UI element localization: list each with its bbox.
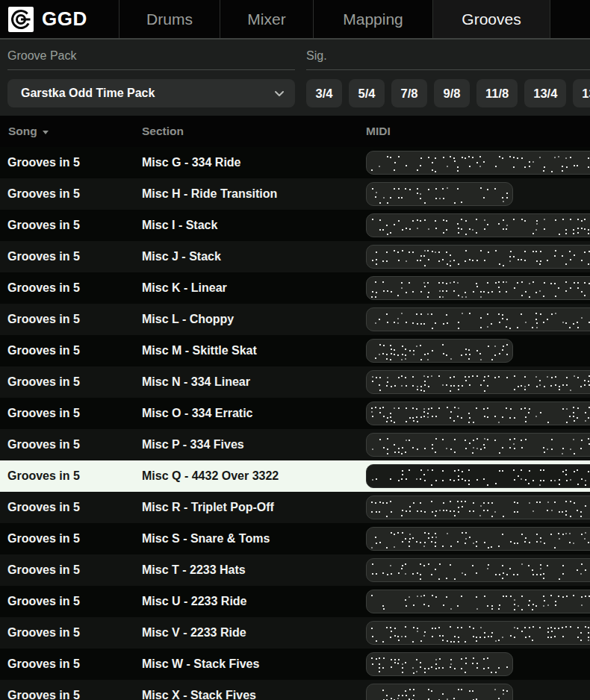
midi-preview[interactable] <box>366 182 513 206</box>
midi-preview[interactable] <box>366 684 513 700</box>
groove-pack-rule <box>7 69 295 70</box>
cell-midi <box>366 241 590 272</box>
cell-section: Misc H - Ride Transition <box>142 187 366 201</box>
table-row[interactable]: Grooves in 5Misc X - Stack Fives <box>0 680 590 700</box>
ggd-logo-icon <box>7 6 34 33</box>
table-row[interactable]: Grooves in 5Misc T - 2233 Hats <box>0 554 590 586</box>
table-row[interactable]: Grooves in 5Misc H - Ride Transition <box>0 178 590 210</box>
sig-button-7-8[interactable]: 7/8 <box>391 79 427 107</box>
midi-preview[interactable] <box>366 433 590 457</box>
table-row[interactable]: Grooves in 5Misc U - 2233 Ride <box>0 586 590 617</box>
tab-mixer[interactable]: Mixer <box>220 0 314 38</box>
table-row[interactable]: Grooves in 5Misc R - Triplet Pop-Off <box>0 492 590 523</box>
midi-preview[interactable] <box>366 401 590 425</box>
cell-song: Grooves in 5 <box>0 344 142 357</box>
midi-preview[interactable] <box>366 151 590 175</box>
cell-section: Misc X - Stack Fives <box>142 689 366 700</box>
cell-song: Grooves in 5 <box>0 407 142 420</box>
cell-song: Grooves in 5 <box>0 689 142 700</box>
column-header-section[interactable]: Section <box>142 125 366 138</box>
tab-drums[interactable]: Drums <box>119 0 220 38</box>
tab-mapping[interactable]: Mapping <box>314 0 433 38</box>
cell-section: Misc O - 334 Erratic <box>142 407 366 420</box>
sig-button-9-8[interactable]: 9/8 <box>434 79 470 107</box>
cell-midi <box>366 366 590 398</box>
cell-midi <box>366 272 590 304</box>
midi-preview[interactable] <box>366 464 590 488</box>
midi-preview[interactable] <box>366 590 590 613</box>
cell-section: Misc G - 334 Ride <box>142 156 366 169</box>
tab-grooves[interactable]: Grooves <box>433 0 550 38</box>
cell-section: Misc J - Stack <box>142 250 366 263</box>
midi-preview[interactable] <box>366 213 590 237</box>
midi-preview[interactable] <box>366 245 590 269</box>
table-row[interactable]: Grooves in 5Misc G - 334 Ride <box>0 147 590 178</box>
sig-button-13-16[interactable]: 13/16 <box>573 79 590 107</box>
column-header-midi: MIDI <box>366 125 590 138</box>
cell-song: Grooves in 5 <box>0 532 142 546</box>
midi-preview[interactable] <box>366 621 590 645</box>
cell-midi <box>366 210 590 241</box>
sig-label: Sig. <box>306 49 590 63</box>
midi-preview[interactable] <box>366 558 590 582</box>
cell-song: Grooves in 5 <box>0 469 142 483</box>
midi-preview[interactable] <box>366 527 590 551</box>
midi-preview[interactable] <box>366 339 513 363</box>
table-row[interactable]: Grooves in 5Misc P - 334 Fives <box>0 429 590 460</box>
cell-section: Misc K - Linear <box>142 281 366 295</box>
table-row[interactable]: Grooves in 5Misc J - Stack <box>0 241 590 272</box>
table-row[interactable]: Grooves in 5Misc M - Skittle Skat <box>0 335 590 366</box>
table-row[interactable]: Grooves in 5Misc O - 334 Erratic <box>0 398 590 429</box>
table-row[interactable]: Grooves in 5Misc V - 2233 Ride <box>0 617 590 649</box>
cell-section: Misc I - Stack <box>142 219 366 232</box>
midi-preview[interactable] <box>366 652 513 676</box>
table-row[interactable]: Grooves in 5Misc W - Stack Fives <box>0 649 590 680</box>
cell-midi <box>366 680 590 700</box>
table-row[interactable]: Grooves in 5Misc Q - 4432 Over 3322 <box>0 460 590 492</box>
cell-song: Grooves in 5 <box>0 626 142 640</box>
groove-pack-select[interactable]: Garstka Odd Time Pack <box>7 79 295 107</box>
cell-section: Misc U - 2233 Ride <box>142 595 366 608</box>
cell-midi <box>366 617 590 649</box>
cell-midi <box>366 178 590 210</box>
cell-midi <box>366 147 590 178</box>
cell-song: Grooves in 5 <box>0 313 142 326</box>
sig-button-row: 3/45/47/89/811/813/413/16 <box>306 79 590 107</box>
table-row[interactable]: Grooves in 5Misc I - Stack <box>0 210 590 241</box>
midi-preview[interactable] <box>366 370 590 394</box>
column-header-song[interactable]: Song <box>0 125 142 138</box>
midi-preview[interactable] <box>366 307 590 331</box>
cell-song: Grooves in 5 <box>0 438 142 451</box>
sig-button-3-4[interactable]: 3/4 <box>306 79 342 107</box>
table-row[interactable]: Grooves in 5Misc S - Snare & Toms <box>0 523 590 554</box>
table-body: Grooves in 5Misc G - 334 RideGrooves in … <box>0 147 590 700</box>
cell-section: Misc M - Skittle Skat <box>142 344 366 357</box>
song-header-label: Song <box>8 125 37 138</box>
grooves-table: Song Section MIDI Grooves in 5Misc G - 3… <box>0 116 590 700</box>
cell-midi <box>366 492 590 523</box>
cell-section: Misc P - 334 Fives <box>142 438 366 451</box>
table-header: Song Section MIDI <box>0 116 590 147</box>
table-row[interactable]: Grooves in 5Misc N - 334 Linear <box>0 366 590 398</box>
cell-song: Grooves in 5 <box>0 187 142 201</box>
cell-section: Misc S - Snare & Toms <box>142 532 366 546</box>
logo-text: GGD <box>42 7 87 31</box>
cell-midi <box>366 398 590 429</box>
groove-pack-value: Garstka Odd Time Pack <box>21 87 155 100</box>
cell-song: Grooves in 5 <box>0 595 142 608</box>
midi-preview[interactable] <box>366 276 590 300</box>
table-row[interactable]: Grooves in 5Misc K - Linear <box>0 272 590 304</box>
cell-midi <box>366 460 590 492</box>
sig-button-13-4[interactable]: 13/4 <box>524 79 566 107</box>
midi-preview[interactable] <box>366 496 590 519</box>
sig-button-5-4[interactable]: 5/4 <box>349 79 385 107</box>
cell-section: Misc T - 2233 Hats <box>142 563 366 577</box>
cell-midi <box>366 523 590 554</box>
table-row[interactable]: Grooves in 5Misc L - Choppy <box>0 304 590 335</box>
cell-midi <box>366 586 590 617</box>
cell-song: Grooves in 5 <box>0 156 142 169</box>
sig-button-11-8[interactable]: 11/8 <box>476 79 518 107</box>
sig-group: Sig. 3/45/47/89/811/813/413/16 <box>306 40 590 116</box>
app-logo: GGD <box>0 0 119 38</box>
cell-song: Grooves in 5 <box>0 501 142 514</box>
